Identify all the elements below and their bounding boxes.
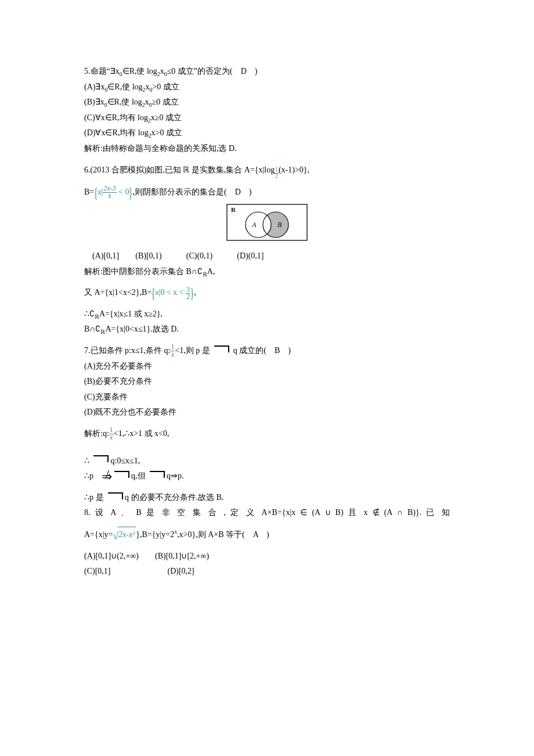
text: |0 < x < <box>159 288 186 297</box>
q6-sol2: 又 A={x|1<x<2},B={x|0 < x < 32}, <box>84 285 450 301</box>
q6-sol1: 解析:图中阴影部分表示集合 B∩∁ℝA, <box>84 264 450 280</box>
text: (C)∀x∈R,均有 log2x≥0 成立 <box>84 113 182 122</box>
frac: 2x-3x <box>103 185 116 200</box>
text: (A)∃x0∈R,使 log2x0>0 成立 <box>84 82 179 91</box>
q7-sol3: ∴p ⇒ q,但 q⇒p. <box>84 469 450 484</box>
svg-text:R: R <box>231 206 236 213</box>
radical-icon: √ <box>113 531 118 542</box>
negation-icon <box>114 471 129 478</box>
negation-icon <box>214 345 229 352</box>
q7-sol2: ∴ q:0≤x≤1, <box>84 453 450 469</box>
text: 5.命题“∃x0∈R,使 log2x0≤0 成立”的否定为( D ) <box>84 67 258 75</box>
q6-stem-line2: B={x|2x-3x < 0},则阴影部分表示的集合是( D ) <box>84 185 450 200</box>
text: (x-1)>0}, <box>279 165 309 174</box>
q7-optB: (B)必要不充分条件 <box>84 374 450 390</box>
text: ∴p 是 <box>84 493 104 502</box>
q5-stem: 5.命题“∃x0∈R,使 log2x0≤0 成立”的否定为( D ) <box>84 64 450 80</box>
venn-svg: R A B <box>226 204 308 241</box>
q7-stem: 7.已知条件 p:x≤1,条件 q:1x<1,则 p 是 q 成立的( B ) <box>84 343 450 359</box>
text: B= <box>84 188 94 196</box>
q8-optD: (D)[0,2] <box>168 567 194 575</box>
text: q,但 <box>131 471 146 480</box>
text: A, <box>207 267 215 276</box>
text: },B={y|y=2 <box>136 530 174 539</box>
frac: 1x <box>109 427 114 441</box>
q6-options: (A)[0,1] (B)[0,1) (C)(0,1) (D)(0,1] <box>84 249 450 264</box>
venn-diagram: R A B <box>84 204 450 247</box>
negation-icon <box>93 455 109 462</box>
text: q 成立的( B ) <box>233 346 291 355</box>
text: ∴∁ <box>84 309 95 318</box>
text: ∴ <box>84 456 89 465</box>
text: q⇒p. <box>167 471 184 480</box>
q5-optD: (D)∀x∈R,均有 log2x>0 成立 <box>84 125 450 141</box>
q8-stem: 8. 设 A 、 B 是 非 空 集 合 , 定 义 A×B={x|x ∈ (A… <box>84 505 450 521</box>
text: (D)∀x∈R,均有 log2x>0 成立 <box>84 128 182 137</box>
q8-optB: (B)[0,1]∪[2,+∞) <box>155 552 209 560</box>
text: A={x|y= <box>84 530 113 539</box>
text: (B)∃x0∈R,使 log2x0≥0 成立 <box>84 98 179 106</box>
text: A={x|x≤1 或 x≥2}, <box>99 309 163 318</box>
negation-icon <box>108 492 123 499</box>
q7-optD: (D)既不充分也不必要条件 <box>84 405 450 420</box>
text: 解析:q: <box>84 429 109 438</box>
sub: ℝ <box>95 314 99 320</box>
q6-sol4: B∩∁ℝA={x|0<x≤1}.故选 D. <box>84 322 450 337</box>
text: <1,∴x>1 或 x<0, <box>114 429 169 438</box>
rbrace-icon: } <box>190 286 194 300</box>
text: g12 <box>270 165 279 174</box>
text: < 0 <box>117 188 129 196</box>
q5-optB: (B)∃x0∈R,使 log2x0≥0 成立 <box>84 95 450 110</box>
q6-sol3: ∴∁ℝA={x|x≤1 或 x≥2}, <box>84 307 450 322</box>
q7-sol1: 解析:q:1x<1,∴x>1 或 x<0, <box>84 426 450 442</box>
q5-optC: (C)∀x∈R,均有 log2x≥0 成立 <box>84 110 450 126</box>
text: A={x|0<x≤1}.故选 D. <box>105 325 178 333</box>
text: B∩∁ <box>84 325 100 333</box>
negation-icon <box>150 471 165 478</box>
q8-optsCD: (C)[0,1] (D)[0,2] <box>84 564 450 579</box>
text: <1,则 p 是 <box>175 346 210 355</box>
q7-optC: (C)充要条件 <box>84 390 450 405</box>
svg-text:B: B <box>277 221 282 229</box>
text: 7.已知条件 p:x≤1,条件 q: <box>84 346 170 355</box>
lbrace-icon: { <box>94 185 98 200</box>
lbrace-icon: { <box>151 286 156 300</box>
q8-line2: A={x|y=√2x-x²},B={y|y=2x,x>0},则 A×B 等于( … <box>84 527 450 543</box>
not-implies-icon: ⇒ <box>102 470 112 483</box>
q7-sol4: ∴p 是 q 的必要不充分条件.故选 B. <box>84 490 450 506</box>
text: ∴p <box>84 471 102 480</box>
q8-optC: (C)[0,1] <box>84 567 111 575</box>
svg-text:A: A <box>251 221 257 229</box>
q5-optA: (A)∃x0∈R,使 log2x0>0 成立 <box>84 80 450 95</box>
q5-sol: 解析:由特称命题与全称命题的关系知,选 D. <box>84 141 450 157</box>
text: ,x>0},则 A×B 等于( A ) <box>177 530 269 539</box>
text: , <box>194 288 196 297</box>
q7-optA: (A)充分不必要条件 <box>84 359 450 375</box>
text: q:0≤x≤1, <box>111 456 140 465</box>
radicand: 2x-x² <box>117 527 136 543</box>
text: 解析:图中阴影部分表示集合 B∩∁ <box>84 267 203 276</box>
text: q 的必要不充分条件.故选 B. <box>125 493 223 502</box>
q8-optA: (A)[0,1]∪(2,+∞) <box>84 552 139 560</box>
text: 又 A={x|1<x<2},B= <box>84 288 151 297</box>
text: ,则阴影部分表示的集合是( D ) <box>133 188 252 196</box>
rbrace-icon: } <box>129 185 133 200</box>
sub: ℝ <box>203 271 207 278</box>
q8-optsAB: (A)[0,1]∪(2,+∞) (B)[0,1]∪[2,+∞) <box>84 549 450 564</box>
text: 6.(2013 合肥模拟)如图,已知 ℝ 是实数集,集合 A={x|lo <box>84 165 270 174</box>
q6-stem-line1: 6.(2013 合肥模拟)如图,已知 ℝ 是实数集,集合 A={x|log12(… <box>84 163 450 179</box>
